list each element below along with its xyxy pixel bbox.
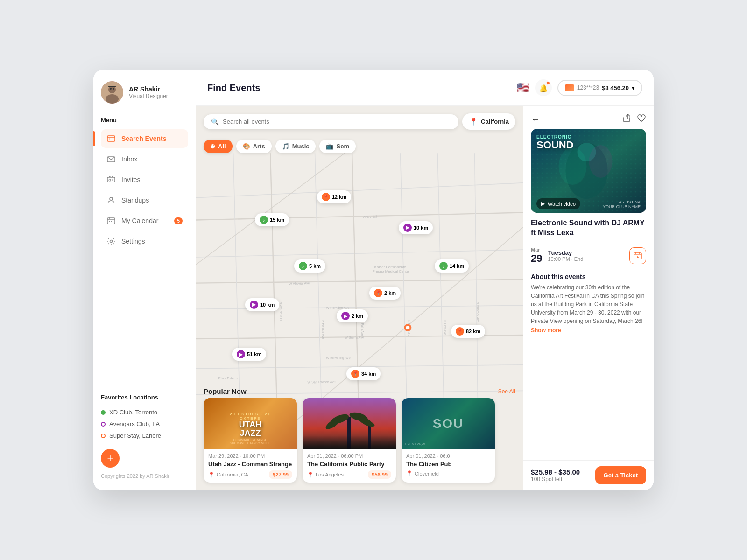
- location-pin-small: 📍: [208, 472, 215, 478]
- search-events-icon: [106, 134, 116, 143]
- popular-title: Popular Now: [204, 387, 247, 395]
- event-card-citizen-pub[interactable]: SOU EVENT 24,25 Apr 01, 2022 · 06:0 The …: [402, 398, 495, 483]
- event-cover: ELECTRONIC SOUND ▶ Watch video ARTIST NA…: [531, 129, 646, 213]
- search-input[interactable]: [223, 118, 451, 125]
- about-text: We're celebrating our 30th edition of th…: [531, 283, 646, 325]
- filter-arts[interactable]: 🎨 Arts: [236, 140, 272, 153]
- event-card-utah-jazz[interactable]: 20 OKTBPS · 21 OKTBPS UTAHJAZZ COMMAND S…: [204, 398, 297, 483]
- sidebar-item-settings[interactable]: Settings: [101, 232, 188, 251]
- add-to-calendar-button[interactable]: [629, 247, 646, 264]
- wallet-button[interactable]: 123***23 $3 456.20 ▾: [557, 80, 642, 96]
- fav-avengars[interactable]: Avengars Club, LA: [101, 418, 188, 430]
- sidebar: AR Shakir Visual Designer Menu Search Ev…: [93, 70, 196, 490]
- svg-point-19: [110, 240, 113, 243]
- marker-10km-left[interactable]: ▶ 10 km: [245, 298, 279, 311]
- sem-icon: 📺: [326, 143, 333, 150]
- svg-point-2: [106, 94, 119, 104]
- sidebar-item-standups[interactable]: Standups: [101, 191, 188, 210]
- svg-text:W Alluvial Ave: W Alluvial Ave: [289, 281, 310, 286]
- about-title: About this events: [531, 273, 646, 280]
- location-chip[interactable]: 📍 California: [462, 113, 515, 130]
- marker-14km[interactable]: ♪ 14 km: [435, 259, 469, 273]
- cover-bottom: ▶ Watch video ARTIST NA YOUR CLUB NAME: [531, 195, 646, 213]
- filter-music[interactable]: 🎵 Music: [275, 140, 316, 153]
- marker-10km-top[interactable]: ▶ 10 km: [399, 221, 433, 234]
- main-content: Find Events 🇺🇸 🔔 123***23 $3 456.20 ▾: [196, 70, 654, 490]
- standups-icon: [106, 196, 116, 205]
- artist-label: ARTIST NA: [603, 200, 641, 204]
- back-button[interactable]: ←: [531, 114, 540, 125]
- artist-info: ARTIST NA YOUR CLUB NAME: [603, 200, 641, 209]
- marker-2km-right[interactable]: ▶ 2 km: [337, 309, 368, 322]
- search-input-wrap[interactable]: 🔍: [204, 114, 458, 129]
- app-header: Find Events 🇺🇸 🔔 123***23 $3 456.20 ▾: [196, 70, 654, 106]
- video-marker-icon-2: ▶: [250, 301, 258, 309]
- sidebar-item-my-calendar[interactable]: My Calendar 5: [101, 211, 188, 230]
- filter-sem[interactable]: 📺 Sem: [319, 140, 355, 153]
- show-more-link[interactable]: Show more: [531, 327, 646, 334]
- event-img-sound: SOU EVENT 24,25: [402, 398, 495, 449]
- svg-point-53: [406, 326, 409, 329]
- svg-text:N Foreste Ave: N Foreste Ave: [322, 320, 325, 339]
- fav-super-stay[interactable]: Super Stay, Lahore: [101, 430, 188, 441]
- about-section: About this events We're celebrating our …: [523, 269, 654, 460]
- get-ticket-button[interactable]: Get a Ticket: [595, 466, 646, 484]
- svg-text:N Palm Ave: N Palm Ave: [361, 320, 364, 336]
- watch-video-button[interactable]: ▶ Watch video: [536, 198, 580, 209]
- fav-xd-label: XD Club, Torronto: [109, 409, 157, 416]
- schedule-date: Mar 29 Tuesday 10:00 PM · End: [531, 247, 583, 265]
- detail-panel: ←: [523, 106, 654, 490]
- svg-rect-6: [105, 91, 107, 91]
- marker-2km-mid[interactable]: 📍 2 km: [369, 287, 401, 300]
- marker-15km[interactable]: ♪ 15 km: [255, 213, 289, 226]
- bell-icon: 🔔: [539, 84, 548, 92]
- marker-51km[interactable]: ▶ 51 km: [232, 348, 266, 361]
- search-events-label: Search Events: [121, 135, 167, 142]
- event-card-cali-party[interactable]: Apr 01, 2022 · 06:00 PM The California P…: [303, 398, 396, 483]
- app-container: AR Shakir Visual Designer Menu Search Ev…: [93, 70, 654, 490]
- marker-82km[interactable]: 📍 82 km: [451, 325, 485, 338]
- favorite-button[interactable]: [637, 113, 646, 125]
- popular-header: Popular Now See All: [196, 384, 523, 398]
- settings-icon: [106, 237, 116, 246]
- see-all-link[interactable]: See All: [498, 388, 515, 395]
- page-title: Find Events: [207, 83, 517, 93]
- sidebar-item-search-events[interactable]: Search Events: [101, 129, 188, 148]
- inbox-label: Inbox: [121, 155, 137, 163]
- content-area: Ave 7 1/2 W Alluvial Ave W Herndon Ave W…: [196, 106, 654, 490]
- sidebar-item-inbox[interactable]: Inbox: [101, 150, 188, 168]
- svg-point-57: [324, 416, 342, 431]
- sidebar-item-invites[interactable]: Invites: [101, 170, 188, 189]
- club-label: YOUR CLUB NAME: [603, 204, 641, 209]
- video-marker-icon-4: ▶: [237, 350, 245, 358]
- user-profile: AR Shakir Visual Designer: [101, 81, 188, 104]
- user-role: Visual Designer: [129, 93, 168, 99]
- filter-all[interactable]: ⊕ All: [204, 140, 233, 153]
- share-button[interactable]: [622, 113, 631, 125]
- svg-text:W Browning Ave: W Browning Ave: [326, 356, 350, 360]
- svg-point-15: [110, 197, 113, 200]
- fav-dot-avengars: [101, 422, 106, 427]
- wallet-card-icon: [565, 84, 574, 91]
- invites-label: Invites: [121, 176, 140, 183]
- svg-text:N Millbrook Ave: N Millbrook Ave: [476, 301, 479, 322]
- wallet-id: 123***23: [577, 84, 599, 91]
- svg-text:River Estates: River Estates: [218, 377, 239, 381]
- calendar-label: My Calendar: [121, 217, 158, 224]
- wallet-amount: $3 456.20: [602, 84, 629, 91]
- marker-12km[interactable]: 📍 12 km: [317, 190, 351, 203]
- add-location-button[interactable]: +: [101, 449, 120, 468]
- music-marker-icon-2: ♪: [299, 262, 307, 270]
- event-img-cali: [303, 398, 396, 449]
- marker-34km[interactable]: 📍 34 km: [346, 367, 381, 380]
- fav-xd-club[interactable]: XD Club, Torronto: [101, 406, 188, 418]
- notifications-button[interactable]: 🔔: [535, 79, 552, 96]
- svg-point-14: [109, 179, 111, 181]
- flag-icon: 🇺🇸: [517, 82, 529, 94]
- svg-line-22: [196, 250, 523, 257]
- search-icon: 🔍: [211, 118, 219, 126]
- svg-text:N First Ave: N First Ave: [444, 320, 447, 335]
- event-body-cali: Apr 01, 2022 · 06:00 PM The California P…: [303, 449, 396, 483]
- marker-5km[interactable]: ♪ 5 km: [294, 259, 325, 273]
- copyright-text: Copyrights 2022 by AR Shakir: [101, 473, 188, 479]
